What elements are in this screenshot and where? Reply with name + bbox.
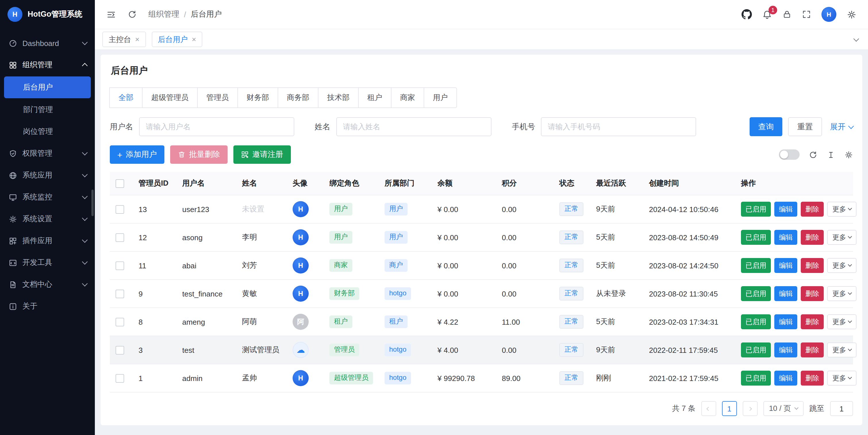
reload-table-icon[interactable] bbox=[809, 150, 817, 159]
delete-button[interactable]: 删除 bbox=[801, 258, 824, 273]
more-button[interactable]: 更多 bbox=[827, 286, 857, 301]
sidebar-item-docs[interactable]: 文档中心 bbox=[0, 274, 95, 296]
sidebar-item-departments[interactable]: 部门管理 bbox=[0, 99, 95, 121]
notification-bell-icon[interactable]: 1 bbox=[762, 9, 772, 19]
page-size-select[interactable]: 10 / 页 bbox=[763, 401, 804, 416]
row-avatar[interactable]: 阿 bbox=[292, 314, 309, 330]
row-avatar[interactable]: ☁ bbox=[292, 342, 309, 358]
page-tab[interactable]: 后台用户 × bbox=[152, 32, 202, 47]
edit-button[interactable]: 编辑 bbox=[774, 230, 797, 245]
edit-button[interactable]: 编辑 bbox=[774, 371, 797, 385]
delete-button[interactable]: 删除 bbox=[801, 371, 824, 385]
close-icon[interactable]: × bbox=[135, 36, 140, 43]
batch-delete-button[interactable]: 批量删除 bbox=[170, 145, 228, 164]
striped-toggle[interactable] bbox=[779, 149, 800, 160]
more-button[interactable]: 更多 bbox=[827, 202, 857, 217]
sidebar-item-permissions[interactable]: 权限管理 bbox=[0, 143, 95, 164]
expand-link[interactable]: 展开 bbox=[830, 122, 853, 132]
row-checkbox[interactable] bbox=[116, 346, 124, 354]
more-button[interactable]: 更多 bbox=[827, 230, 857, 245]
prev-page-button[interactable] bbox=[701, 401, 716, 416]
delete-button[interactable]: 删除 bbox=[801, 286, 824, 301]
app-logo[interactable]: H HotGo管理系统 bbox=[0, 0, 95, 29]
sidebar-item-plugins[interactable]: 插件应用 bbox=[0, 230, 95, 252]
role-filter-tab[interactable]: 商务部 bbox=[278, 87, 318, 108]
goto-page-input[interactable] bbox=[830, 401, 853, 416]
column-settings-gear-icon[interactable] bbox=[844, 150, 853, 159]
fullscreen-icon[interactable] bbox=[802, 10, 811, 19]
enabled-button[interactable]: 已启用 bbox=[741, 202, 771, 217]
row-checkbox[interactable] bbox=[116, 374, 124, 383]
sidebar-item-settings[interactable]: 系统设置 bbox=[0, 208, 95, 230]
page-tab[interactable]: 主控台 × bbox=[102, 32, 146, 47]
close-icon[interactable]: × bbox=[192, 36, 196, 43]
next-page-button[interactable] bbox=[742, 401, 757, 416]
delete-button[interactable]: 删除 bbox=[801, 342, 824, 358]
realname-input[interactable] bbox=[336, 117, 491, 136]
sidebar-item-backend-users[interactable]: 后台用户 bbox=[4, 76, 91, 98]
row-checkbox[interactable] bbox=[116, 233, 124, 242]
edit-button[interactable]: 编辑 bbox=[774, 314, 797, 329]
select-all-checkbox[interactable] bbox=[116, 179, 124, 188]
settings-gear-icon[interactable] bbox=[847, 9, 857, 19]
sidebar-item-dashboard[interactable]: Dashboard bbox=[0, 32, 95, 54]
edit-button[interactable]: 编辑 bbox=[774, 286, 797, 301]
row-checkbox[interactable] bbox=[116, 205, 124, 214]
mobile-input[interactable] bbox=[541, 117, 696, 136]
current-page-button[interactable]: 1 bbox=[722, 401, 737, 416]
role-filter-tab[interactable]: 管理员 bbox=[197, 87, 238, 108]
edit-button[interactable]: 编辑 bbox=[774, 342, 797, 358]
breadcrumb-level1[interactable]: 组织管理 bbox=[148, 9, 179, 20]
role-filter-tab[interactable]: 财务部 bbox=[238, 87, 278, 108]
query-button[interactable]: 查询 bbox=[750, 117, 782, 136]
role-filter-tab[interactable]: 超级管理员 bbox=[142, 87, 198, 108]
row-avatar[interactable]: H bbox=[292, 229, 309, 245]
row-checkbox[interactable] bbox=[116, 261, 124, 270]
enabled-button[interactable]: 已启用 bbox=[741, 371, 771, 385]
more-button[interactable]: 更多 bbox=[827, 314, 857, 329]
delete-button[interactable]: 删除 bbox=[801, 230, 824, 245]
delete-button[interactable]: 删除 bbox=[801, 202, 824, 217]
reset-button[interactable]: 重置 bbox=[788, 117, 822, 136]
row-checkbox[interactable] bbox=[116, 318, 124, 327]
role-filter-tab[interactable]: 技术部 bbox=[318, 87, 359, 108]
sidebar-scrollbar-thumb[interactable] bbox=[91, 190, 94, 216]
sidebar-item-monitoring[interactable]: 系统监控 bbox=[0, 186, 95, 208]
add-user-button[interactable]: + 添加用户 bbox=[110, 145, 164, 164]
edit-button[interactable]: 编辑 bbox=[774, 202, 797, 217]
invite-register-button[interactable]: 邀请注册 bbox=[234, 145, 291, 164]
role-filter-tab[interactable]: 用户 bbox=[424, 87, 457, 108]
github-icon[interactable] bbox=[742, 9, 752, 20]
role-filter-tab[interactable]: 租户 bbox=[358, 87, 392, 108]
sidebar-item-org[interactable]: 组织管理 bbox=[0, 54, 95, 76]
collapse-menu-icon[interactable] bbox=[106, 9, 116, 19]
user-avatar[interactable]: H bbox=[822, 7, 836, 22]
edit-button[interactable]: 编辑 bbox=[774, 258, 797, 273]
row-avatar[interactable]: H bbox=[292, 201, 309, 217]
row-checkbox[interactable] bbox=[116, 290, 124, 298]
row-avatar[interactable]: H bbox=[292, 286, 309, 302]
username-input[interactable] bbox=[139, 117, 294, 136]
enabled-button[interactable]: 已启用 bbox=[741, 258, 771, 273]
more-button[interactable]: 更多 bbox=[827, 371, 857, 385]
enabled-button[interactable]: 已启用 bbox=[741, 342, 771, 358]
sidebar-item-system-apps[interactable]: 系统应用 bbox=[0, 164, 95, 186]
enabled-button[interactable]: 已启用 bbox=[741, 230, 771, 245]
breadcrumb-level2[interactable]: 后台用户 bbox=[191, 9, 222, 20]
row-avatar[interactable]: H bbox=[292, 370, 309, 386]
sidebar-item-positions[interactable]: 岗位管理 bbox=[0, 121, 95, 143]
row-height-icon[interactable] bbox=[827, 150, 835, 159]
sidebar-item-about[interactable]: 关于 bbox=[0, 296, 95, 317]
more-button[interactable]: 更多 bbox=[827, 258, 857, 273]
lock-screen-icon[interactable] bbox=[782, 10, 792, 19]
role-filter-tab[interactable]: 商家 bbox=[391, 87, 424, 108]
tab-options-button[interactable] bbox=[854, 38, 861, 40]
delete-button[interactable]: 删除 bbox=[801, 314, 824, 329]
refresh-icon[interactable] bbox=[128, 10, 137, 19]
role-filter-tab[interactable]: 全部 bbox=[109, 87, 143, 108]
row-avatar[interactable]: H bbox=[292, 257, 309, 274]
enabled-button[interactable]: 已启用 bbox=[741, 314, 771, 329]
more-button[interactable]: 更多 bbox=[827, 342, 857, 358]
enabled-button[interactable]: 已启用 bbox=[741, 286, 771, 301]
sidebar-item-devtools[interactable]: 开发工具 bbox=[0, 252, 95, 274]
